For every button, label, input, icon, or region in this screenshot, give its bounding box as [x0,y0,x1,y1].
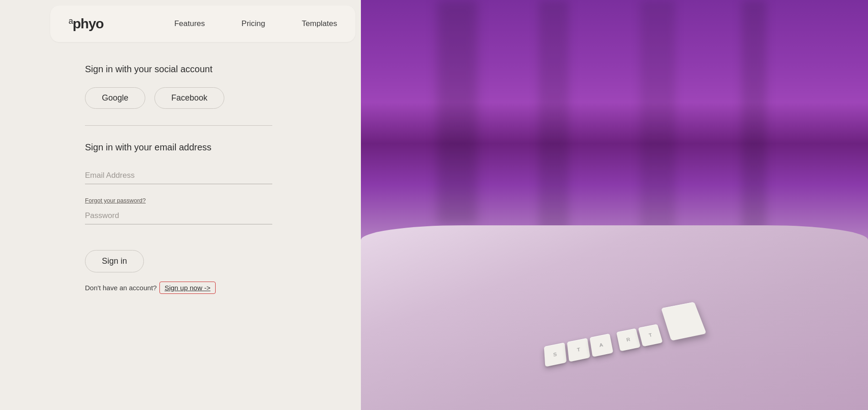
key-s-label: S [553,351,557,357]
password-input[interactable] [85,208,272,224]
google-button[interactable]: Google [85,87,145,109]
nav-links: Features Pricing Templates [174,19,337,28]
key-r: R [616,328,640,351]
logo: aphyo [69,16,104,32]
password-form-group [85,208,272,237]
key-t2: T [638,324,663,347]
curtain-fold-1 [437,0,478,225]
logo-prefix: a [69,16,73,26]
no-account-text: Don't have an account? [85,284,157,292]
signup-row: Don't have an account? Sign up now -> [85,282,324,294]
key-a-label: A [599,342,603,348]
key-t2-label: T [648,332,652,338]
main-content: Sign in with your social account Google … [0,64,361,294]
social-signin-section: Sign in with your social account Google … [85,64,324,126]
logo-text: phyo [73,16,104,31]
facebook-button[interactable]: Facebook [154,87,224,109]
email-input[interactable] [85,167,272,184]
curtain-fold-4 [741,0,767,254]
email-signin-section: Sign in with your email address Forgot y… [85,142,324,294]
curtain-fold-2 [539,0,569,246]
social-buttons: Google Facebook [85,87,324,109]
signup-link[interactable]: Sign up now -> [159,282,215,294]
email-form-group [85,167,272,197]
page-wrapper: aphyo Features Pricing Templates Sign in… [0,0,868,410]
nav-templates[interactable]: Templates [302,19,337,28]
social-signin-title: Sign in with your social account [85,64,324,75]
divider [85,125,272,126]
nav-pricing[interactable]: Pricing [242,19,265,28]
nav-features[interactable]: Features [174,19,205,28]
key-r-label: R [626,337,630,342]
left-panel: aphyo Features Pricing Templates Sign in… [0,0,361,410]
sign-in-button[interactable]: Sign in [85,250,144,272]
email-signin-title: Sign in with your email address [85,142,324,153]
forgot-password-link[interactable]: Forgot your password? [85,197,324,204]
nav-bar: aphyo Features Pricing Templates [50,5,355,42]
key-t-label: T [577,347,580,353]
right-panel: S T A R T [361,0,868,410]
curtain-fold-3 [640,0,676,238]
